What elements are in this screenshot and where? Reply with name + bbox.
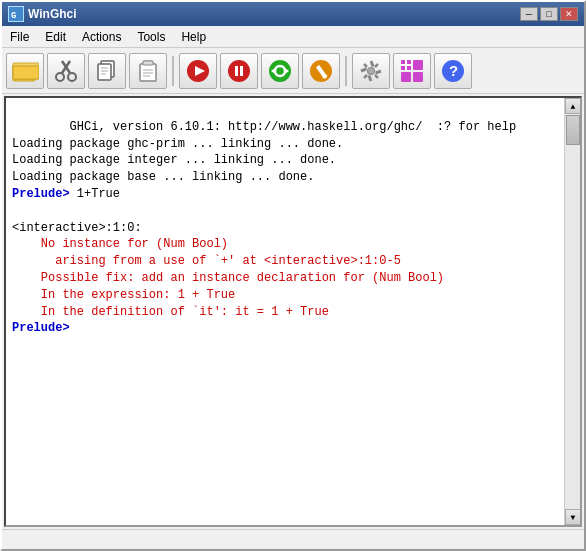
maximize-button[interactable]: □ (540, 7, 558, 21)
menu-bar: File Edit Actions Tools Help (2, 26, 584, 48)
svg-rect-24 (235, 66, 238, 76)
help-button[interactable]: ? (434, 53, 472, 89)
line-5b: 1+True (77, 187, 120, 201)
toolbar: ? (2, 48, 584, 94)
settings-button[interactable] (352, 53, 390, 89)
svg-rect-35 (413, 60, 423, 70)
svg-rect-17 (143, 61, 153, 65)
svg-rect-5 (13, 66, 39, 79)
scroll-track[interactable] (565, 114, 580, 509)
scroll-thumb[interactable] (566, 115, 580, 145)
paste-button[interactable] (129, 53, 167, 89)
svg-point-8 (56, 73, 64, 81)
line-12: In the definition of `it': it = 1 + True (12, 305, 329, 319)
line-1: GHCi, version 6.10.1: http://www.haskell… (70, 120, 516, 134)
svg-rect-37 (413, 72, 423, 82)
main-window: G WinGhci ─ □ ✕ File Edit Actions Tools … (0, 0, 586, 551)
cut-button[interactable] (47, 53, 85, 89)
svg-rect-25 (240, 66, 243, 76)
line-9: arising from a use of `+' at <interactiv… (12, 254, 401, 268)
line-10: Possible fix: add an instance declaratio… (12, 271, 444, 285)
vertical-scrollbar[interactable]: ▲ ▼ (564, 98, 580, 525)
svg-point-9 (68, 73, 76, 81)
status-bar (2, 529, 584, 549)
reload-button[interactable] (261, 53, 299, 89)
pause-button[interactable] (220, 53, 258, 89)
svg-point-33 (368, 68, 374, 74)
line-2: Loading package ghc-prim ... linking ...… (12, 137, 343, 151)
line-3: Loading package integer ... linking ... … (12, 153, 336, 167)
main-content: GHCi, version 6.10.1: http://www.haskell… (2, 94, 584, 529)
minimize-button[interactable]: ─ (520, 7, 538, 21)
line-4: Loading package base ... linking ... don… (12, 170, 314, 184)
title-bar: G WinGhci ─ □ ✕ (2, 2, 584, 26)
window-controls: ─ □ ✕ (520, 7, 578, 21)
scroll-up-button[interactable]: ▲ (565, 98, 581, 114)
console-output[interactable]: GHCi, version 6.10.1: http://www.haskell… (6, 98, 564, 525)
menu-actions[interactable]: Actions (74, 28, 129, 46)
tools-button[interactable] (393, 53, 431, 89)
open-button[interactable] (6, 53, 44, 89)
menu-help[interactable]: Help (173, 28, 214, 46)
menu-tools[interactable]: Tools (129, 28, 173, 46)
menu-edit[interactable]: Edit (37, 28, 74, 46)
scroll-down-button[interactable]: ▼ (565, 509, 581, 525)
separator-2 (345, 56, 347, 86)
edit-button[interactable] (302, 53, 340, 89)
line-7: <interactive>:1:0: (12, 221, 142, 235)
svg-rect-11 (98, 64, 111, 80)
app-icon: G (8, 6, 24, 22)
svg-text:G: G (11, 11, 16, 21)
separator-1 (172, 56, 174, 86)
line-8: No instance for (Num Bool) (12, 237, 228, 251)
close-button[interactable]: ✕ (560, 7, 578, 21)
title-bar-left: G WinGhci (8, 6, 77, 22)
svg-rect-36 (401, 72, 411, 82)
line-5: Prelude> (12, 187, 77, 201)
svg-point-23 (228, 60, 250, 82)
svg-text:?: ? (449, 62, 458, 79)
line-11: In the expression: 1 + True (12, 288, 235, 302)
run-button[interactable] (179, 53, 217, 89)
window-title: WinGhci (28, 7, 77, 21)
menu-file[interactable]: File (2, 28, 37, 46)
console-area: GHCi, version 6.10.1: http://www.haskell… (4, 96, 582, 527)
line-13: Prelude> (12, 321, 77, 335)
copy-button[interactable] (88, 53, 126, 89)
